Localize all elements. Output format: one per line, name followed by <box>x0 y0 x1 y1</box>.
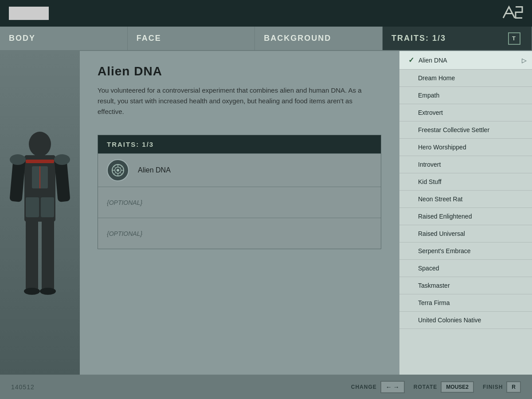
trait-list-item-neon-street-rat[interactable]: Neon Street Rat <box>399 191 532 208</box>
tab-face[interactable]: FACE <box>128 27 255 50</box>
trait-list-item-name: Terra Firma <box>418 299 450 306</box>
trait-list-item-serpents-embrace[interactable]: Serpent's Embrace <box>399 243 532 260</box>
trait-list-item-raised-enlightened[interactable]: Raised Enlightened <box>399 208 532 225</box>
nav-tabs: BODY FACE BACKGROUND TRAITS: 1/3 T <box>0 27 532 51</box>
trait-list-item-name: Empath <box>418 92 439 99</box>
traits-list-panel[interactable]: ✓Alien DNA▷Dream HomeEmpathExtrovertFree… <box>399 51 532 375</box>
trait-slot-2-label: {OPTIONAL} <box>107 199 142 206</box>
svg-point-0 <box>29 132 51 156</box>
svg-rect-9 <box>26 197 39 217</box>
trait-list-item-name: Serpent's Embrace <box>418 247 471 254</box>
trait-list-item-name: Freestar Collective Settler <box>418 126 489 133</box>
selected-trait-title: Alien DNA <box>98 64 381 78</box>
trait-list-item-extrovert[interactable]: Extrovert <box>399 104 532 121</box>
selected-trait-description: You volunteered for a controversial expe… <box>98 85 372 117</box>
finish-control: FINISH R <box>483 381 521 393</box>
trait-list-item-name: Alien DNA <box>419 57 447 64</box>
main-content: Alien DNA You volunteered for a controve… <box>0 51 532 375</box>
svg-rect-8 <box>26 160 54 163</box>
svg-rect-4 <box>26 219 38 290</box>
finish-key-button[interactable]: R <box>506 381 521 393</box>
change-label: CHANGE <box>351 384 377 390</box>
bottom-bar: 140512 CHANGE ← → ROTATE MOUSE2 FINISH R <box>0 375 532 399</box>
svg-point-7 <box>40 288 56 295</box>
finish-label: FINISH <box>483 384 503 390</box>
svg-rect-10 <box>41 197 54 217</box>
trait-list-item-alien-dna[interactable]: ✓Alien DNA▷ <box>399 51 532 70</box>
trait-list-item-name: Kid Stuff <box>418 178 442 185</box>
trait-slot-1-name: Alien DNA <box>138 166 171 174</box>
trait-list-item-name: Dream Home <box>418 74 455 82</box>
character-image <box>0 51 80 375</box>
trait-selected-arrow-icon: ▷ <box>522 57 527 64</box>
trait-list-item-terra-firma[interactable]: Terra Firma <box>399 294 532 312</box>
traits-key-button: T <box>508 32 520 45</box>
trait-list-item-name: Raised Universal <box>418 230 465 237</box>
tab-traits[interactable]: TRAITS: 1/3 T <box>383 27 532 50</box>
trait-list-item-empath[interactable]: Empath <box>399 87 532 104</box>
ae-logo <box>501 4 523 23</box>
rotate-label: ROTATE <box>414 384 438 390</box>
bottom-id: 140512 <box>11 383 35 391</box>
trait-list-item-raised-universal[interactable]: Raised Universal <box>399 225 532 243</box>
trait-list-item-kid-stuff[interactable]: Kid Stuff <box>399 173 532 191</box>
trait-slot-3[interactable]: {OPTIONAL} <box>98 218 381 249</box>
top-bar-logo-placeholder <box>9 7 49 20</box>
trait-list-item-name: Taskmaster <box>418 282 450 289</box>
rotate-control: ROTATE MOUSE2 <box>414 381 474 393</box>
trait-slot-2[interactable]: {OPTIONAL} <box>98 187 381 218</box>
trait-slot-1-icon <box>107 159 129 181</box>
svg-point-6 <box>24 288 40 295</box>
rotate-key-button[interactable]: MOUSE2 <box>441 381 474 393</box>
trait-list-item-name: Introvert <box>418 161 441 168</box>
top-bar <box>0 0 532 27</box>
trait-check-icon: ✓ <box>408 56 414 64</box>
trait-list-item-name: Raised Enlightened <box>418 213 472 220</box>
trait-list-item-introvert[interactable]: Introvert <box>399 156 532 173</box>
change-keys-button[interactable]: ← → <box>380 381 405 393</box>
traits-box-header: TRAITS: 1/3 <box>98 135 381 153</box>
tab-body[interactable]: BODY <box>0 27 128 50</box>
traits-selection-box: TRAITS: 1/3 Alien DNA {OPTIONAL} <box>98 135 381 249</box>
trait-list-item-name: Spaced <box>418 265 439 272</box>
trait-slot-3-label: {OPTIONAL} <box>107 230 142 237</box>
trait-list-item-name: Hero Worshipped <box>418 144 466 151</box>
character-panel <box>0 51 80 375</box>
info-panel: Alien DNA You volunteered for a controve… <box>80 51 399 375</box>
trait-list-item-name: Neon Street Rat <box>418 196 462 203</box>
change-control: CHANGE ← → <box>351 381 405 393</box>
trait-list-item-freestar[interactable]: Freestar Collective Settler <box>399 121 532 139</box>
svg-rect-5 <box>42 219 54 290</box>
trait-list-item-united-colonies[interactable]: United Colonies Native <box>399 312 532 329</box>
trait-list-item-dream-home[interactable]: Dream Home <box>399 70 532 87</box>
trait-list-item-name: Extrovert <box>418 109 443 116</box>
tab-background[interactable]: BACKGROUND <box>255 27 383 50</box>
trait-list-item-hero-worshipped[interactable]: Hero Worshipped <box>399 139 532 156</box>
svg-point-11 <box>10 154 26 165</box>
svg-point-17 <box>117 169 119 172</box>
trait-list-item-spaced[interactable]: Spaced <box>399 260 532 277</box>
trait-list-item-name: United Colonies Native <box>418 317 481 324</box>
bottom-controls: CHANGE ← → ROTATE MOUSE2 FINISH R <box>351 381 521 393</box>
trait-slot-1[interactable]: Alien DNA <box>98 153 381 187</box>
svg-point-12 <box>54 154 70 165</box>
trait-list-item-taskmaster[interactable]: Taskmaster <box>399 277 532 294</box>
